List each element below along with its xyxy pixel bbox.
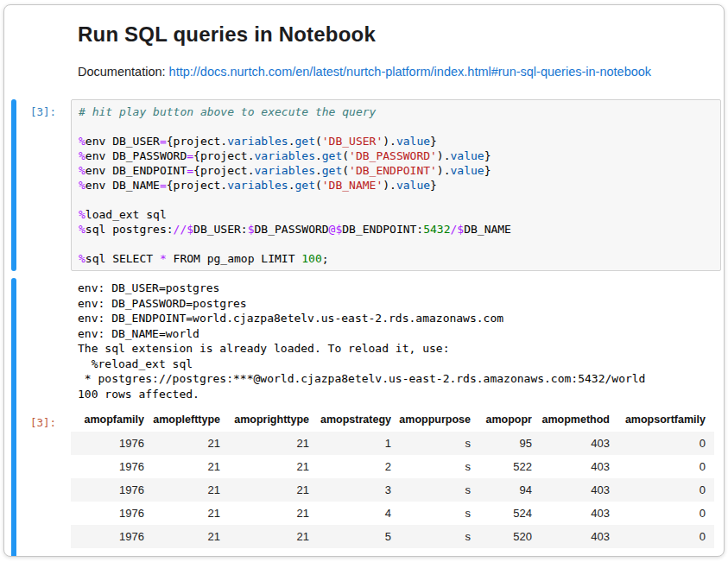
- code-line: [79, 193, 713, 207]
- table-cell: s: [391, 478, 471, 502]
- stream-output-row: env: DB_USER=postgres env: DB_PASSWORD=p…: [16, 278, 724, 408]
- code-line: # hit play button above to execute the q…: [79, 104, 713, 119]
- table-cell: 21: [220, 478, 309, 502]
- table-cell: 0: [610, 548, 714, 557]
- code-line: %env DB_NAME={project.variables.get('DB_…: [79, 178, 713, 193]
- column-header: amoppurpose: [391, 410, 471, 432]
- table-cell: 403: [532, 432, 610, 455]
- table-row: 197621231s5344030: [71, 548, 714, 557]
- table-cell: 21: [144, 502, 220, 525]
- table-cell: 2: [309, 455, 391, 478]
- table-cell: 5: [309, 525, 391, 548]
- code-line: [79, 119, 713, 134]
- result-row: [3]: amopfamilyamoplefttypeamoprighttype…: [16, 408, 724, 557]
- page-title: Run SQL queries in Notebook: [78, 22, 706, 47]
- notebook-window: Run SQL queries in Notebook Documentatio…: [3, 4, 725, 557]
- table-cell: s: [391, 502, 471, 525]
- table-cell: 520: [471, 525, 532, 548]
- code-line: %load_ext sql: [79, 207, 713, 222]
- code-line: [79, 237, 713, 251]
- code-cell: [3]: # hit play button above to execute …: [4, 99, 724, 271]
- table-cell: 21: [220, 455, 309, 478]
- output-prompt: [3]:: [16, 408, 71, 557]
- table-cell: 21: [144, 478, 220, 502]
- table-cell: 403: [532, 502, 610, 525]
- code-line: %sql SELECT * FROM pg_amop LIMIT 100;: [79, 251, 713, 266]
- table-header-row: amopfamilyamoplefttypeamoprighttypeamops…: [71, 410, 714, 432]
- table-row: 197621214s5244030: [71, 502, 714, 525]
- column-header: amopopr: [471, 410, 532, 432]
- result-table: amopfamilyamoplefttypeamoprighttypeamops…: [71, 410, 714, 557]
- table-cell: 1976: [71, 478, 144, 502]
- result-table-wrap: amopfamilyamoplefttypeamoprighttypeamops…: [71, 408, 714, 557]
- table-cell: 1: [309, 548, 391, 557]
- table-cell: 21: [220, 502, 309, 525]
- column-header: amoprighttype: [220, 410, 309, 432]
- column-header: amopfamily: [71, 410, 144, 432]
- table-cell: s: [391, 548, 471, 557]
- code-content: # hit play button above to execute the q…: [79, 104, 713, 266]
- table-row: 197621211s954030: [71, 432, 714, 455]
- table-cell: 524: [471, 502, 532, 525]
- table-cell: 522: [471, 455, 532, 478]
- table-cell: 403: [532, 478, 610, 502]
- code-line: %env DB_USER={project.variables.get('DB_…: [79, 134, 713, 148]
- input-prompt: [3]:: [16, 99, 71, 271]
- documentation-line: Documentation:http://docs.nurtch.com/en/…: [78, 65, 706, 79]
- table-cell: 21: [144, 432, 220, 455]
- table-cell: 3: [309, 478, 391, 502]
- code-line: %sql postgres://$DB_USER:$DB_PASSWORD@$D…: [79, 222, 713, 237]
- table-cell: 1976: [71, 548, 144, 557]
- table-cell: s: [391, 432, 471, 455]
- table-cell: 21: [144, 548, 220, 557]
- table-cell: 0: [610, 525, 714, 548]
- table-cell: 95: [471, 432, 532, 455]
- table-cell: 94: [471, 478, 532, 502]
- table-cell: 1976: [71, 502, 144, 525]
- table-cell: 0: [610, 502, 714, 525]
- table-row: 197621212s5224030: [71, 455, 714, 478]
- column-header: amopmethod: [532, 410, 610, 432]
- stream-text: env: DB_USER=postgres env: DB_PASSWORD=p…: [71, 281, 645, 401]
- stream-prompt-spacer: [16, 278, 71, 408]
- notebook-header: Run SQL queries in Notebook Documentatio…: [4, 5, 724, 79]
- documentation-link[interactable]: http://docs.nurtch.com/en/latest/nurtch-…: [169, 65, 652, 79]
- table-cell: 403: [532, 455, 610, 478]
- table-cell: 21: [220, 525, 309, 548]
- code-line: %env DB_ENDPOINT={project.variables.get(…: [79, 163, 713, 178]
- output-area: env: DB_USER=postgres env: DB_PASSWORD=p…: [4, 278, 724, 557]
- table-row: 197621215s5204030: [71, 525, 714, 548]
- table-cell: 4: [309, 502, 391, 525]
- table-cell: s: [391, 455, 471, 478]
- stdout-stream: env: DB_USER=postgres env: DB_PASSWORD=p…: [71, 278, 645, 408]
- table-cell: 21: [220, 432, 309, 455]
- table-cell: 1976: [71, 525, 144, 548]
- documentation-label: Documentation:: [78, 65, 166, 79]
- column-header: amopstrategy: [309, 410, 391, 432]
- table-cell: 1: [309, 432, 391, 455]
- table-cell: 1976: [71, 455, 144, 478]
- table-cell: 23: [220, 548, 309, 557]
- table-cell: 403: [532, 525, 610, 548]
- table-cell: s: [391, 525, 471, 548]
- code-line: %env DB_PASSWORD={project.variables.get(…: [79, 148, 713, 163]
- table-cell: 403: [532, 548, 610, 557]
- table-cell: 21: [144, 455, 220, 478]
- table-cell: 0: [610, 478, 714, 502]
- code-editor[interactable]: # hit play button above to execute the q…: [71, 99, 721, 271]
- column-header: amopsortfamily: [610, 410, 714, 432]
- table-cell: 0: [610, 432, 714, 455]
- table-row: 197621213s944030: [71, 478, 714, 502]
- table-cell: 534: [471, 548, 532, 557]
- output-main: env: DB_USER=postgres env: DB_PASSWORD=p…: [16, 278, 724, 557]
- table-cell: 0: [610, 455, 714, 478]
- table-cell: 1976: [71, 432, 144, 455]
- table-cell: 21: [144, 525, 220, 548]
- column-header: amoplefttype: [144, 410, 220, 432]
